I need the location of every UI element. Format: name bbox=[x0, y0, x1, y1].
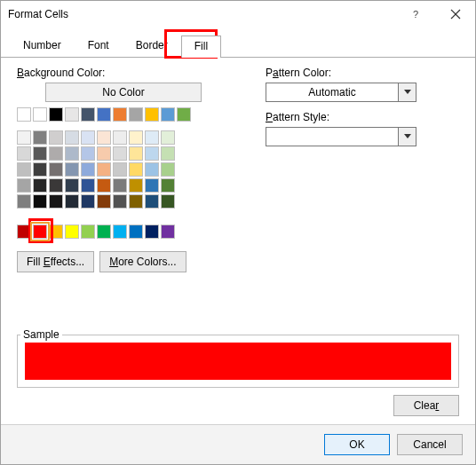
tab-number[interactable]: Number bbox=[10, 35, 75, 57]
color-swatch[interactable] bbox=[65, 107, 79, 122]
titlebar: Format Cells ? bbox=[1, 1, 475, 28]
pattern-style-label: Pattern Style: bbox=[266, 111, 459, 123]
tab-fill[interactable]: Fill bbox=[181, 35, 221, 58]
color-swatch[interactable] bbox=[161, 178, 175, 193]
svg-marker-3 bbox=[404, 90, 411, 94]
color-swatch[interactable] bbox=[81, 130, 95, 145]
format-cells-dialog: Format Cells ? Number Font Border Fill B… bbox=[0, 0, 476, 465]
color-swatch[interactable] bbox=[81, 194, 95, 209]
pattern-color-dropdown[interactable]: Automatic bbox=[266, 83, 416, 102]
standard-color-swatch[interactable] bbox=[145, 225, 159, 239]
svg-text:?: ? bbox=[413, 9, 418, 20]
color-swatch[interactable] bbox=[49, 130, 63, 145]
color-swatch[interactable] bbox=[81, 107, 95, 122]
color-swatch[interactable] bbox=[33, 130, 47, 145]
color-swatch[interactable] bbox=[97, 130, 111, 145]
color-swatch[interactable] bbox=[129, 194, 143, 209]
color-swatch[interactable] bbox=[65, 194, 79, 209]
color-swatch[interactable] bbox=[97, 162, 111, 177]
tab-font[interactable]: Font bbox=[75, 35, 123, 57]
color-swatch[interactable] bbox=[33, 194, 47, 209]
standard-color-swatch[interactable] bbox=[97, 225, 111, 239]
color-swatch[interactable] bbox=[33, 107, 47, 122]
clear-button[interactable]: Clear bbox=[393, 395, 459, 416]
standard-color-swatch[interactable] bbox=[161, 225, 175, 239]
standard-color-swatch[interactable] bbox=[113, 225, 127, 239]
standard-color-swatch[interactable] bbox=[17, 225, 31, 239]
color-swatch[interactable] bbox=[113, 178, 127, 193]
color-swatch[interactable] bbox=[97, 107, 111, 122]
color-swatch[interactable] bbox=[33, 146, 47, 161]
color-swatch[interactable] bbox=[33, 178, 47, 193]
color-swatch[interactable] bbox=[49, 162, 63, 177]
color-swatch[interactable] bbox=[113, 146, 127, 161]
color-swatch[interactable] bbox=[65, 162, 79, 177]
tab-border[interactable]: Border bbox=[123, 35, 181, 57]
color-swatch[interactable] bbox=[49, 146, 63, 161]
sample-swatch bbox=[25, 343, 451, 380]
color-swatch[interactable] bbox=[97, 146, 111, 161]
color-swatch[interactable] bbox=[161, 146, 175, 161]
chevron-down-icon bbox=[398, 128, 416, 146]
standard-color-swatch[interactable] bbox=[129, 225, 143, 239]
color-swatch[interactable] bbox=[145, 194, 159, 209]
color-swatch[interactable] bbox=[145, 146, 159, 161]
standard-color-swatch[interactable] bbox=[65, 225, 79, 239]
color-swatch[interactable] bbox=[97, 194, 111, 209]
swatch-no-color[interactable] bbox=[17, 107, 31, 122]
color-swatch[interactable] bbox=[113, 162, 127, 177]
color-swatch[interactable] bbox=[17, 178, 31, 193]
color-swatch[interactable] bbox=[177, 107, 191, 122]
color-swatch[interactable] bbox=[49, 194, 63, 209]
ok-button[interactable]: OK bbox=[324, 434, 390, 455]
color-swatch[interactable] bbox=[145, 107, 159, 122]
color-swatch[interactable] bbox=[65, 178, 79, 193]
close-button[interactable] bbox=[436, 1, 475, 28]
color-swatch[interactable] bbox=[145, 178, 159, 193]
standard-color-row bbox=[17, 225, 230, 239]
color-swatch[interactable] bbox=[65, 130, 79, 145]
color-swatch[interactable] bbox=[81, 178, 95, 193]
more-colors-button[interactable]: More Colors... bbox=[99, 251, 186, 272]
color-swatch[interactable] bbox=[161, 107, 175, 122]
color-swatch[interactable] bbox=[65, 146, 79, 161]
color-swatch[interactable] bbox=[81, 146, 95, 161]
color-swatch[interactable] bbox=[49, 178, 63, 193]
color-swatch[interactable] bbox=[81, 162, 95, 177]
color-swatch[interactable] bbox=[17, 130, 31, 145]
color-swatch[interactable] bbox=[161, 194, 175, 209]
standard-color-swatch[interactable] bbox=[49, 225, 63, 239]
help-button[interactable]: ? bbox=[397, 1, 436, 28]
color-swatch[interactable] bbox=[17, 146, 31, 161]
fill-effects-button[interactable]: Fill Effects... bbox=[17, 251, 94, 272]
background-color-label: Background Color: bbox=[17, 67, 230, 79]
color-swatch[interactable] bbox=[17, 194, 31, 209]
color-swatch[interactable] bbox=[17, 162, 31, 177]
color-swatch[interactable] bbox=[161, 162, 175, 177]
color-swatch[interactable] bbox=[161, 130, 175, 145]
color-swatch[interactable] bbox=[129, 162, 143, 177]
color-swatch[interactable] bbox=[113, 130, 127, 145]
dialog-body: Background Color: No Color Fill Effects.… bbox=[1, 58, 475, 424]
cancel-button[interactable]: Cancel bbox=[397, 434, 463, 455]
color-swatch[interactable] bbox=[113, 107, 127, 122]
color-swatch[interactable] bbox=[97, 178, 111, 193]
sample-group: Sample bbox=[17, 322, 459, 388]
standard-color-swatch[interactable] bbox=[81, 225, 95, 239]
color-swatch[interactable] bbox=[49, 107, 63, 122]
pattern-style-dropdown[interactable] bbox=[266, 127, 416, 146]
dialog-footer: OK Cancel bbox=[1, 424, 475, 464]
no-color-button[interactable]: No Color bbox=[45, 83, 202, 102]
color-swatch[interactable] bbox=[129, 107, 143, 122]
chevron-down-icon bbox=[398, 83, 416, 101]
color-swatch[interactable] bbox=[145, 130, 159, 145]
color-swatch[interactable] bbox=[129, 130, 143, 145]
color-swatch[interactable] bbox=[129, 178, 143, 193]
standard-color-swatch[interactable] bbox=[33, 225, 47, 239]
color-swatch[interactable] bbox=[33, 162, 47, 177]
color-swatch[interactable] bbox=[113, 194, 127, 209]
color-swatch[interactable] bbox=[129, 146, 143, 161]
svg-marker-4 bbox=[404, 134, 411, 138]
color-swatch[interactable] bbox=[145, 162, 159, 177]
pattern-color-value: Automatic bbox=[266, 86, 398, 99]
